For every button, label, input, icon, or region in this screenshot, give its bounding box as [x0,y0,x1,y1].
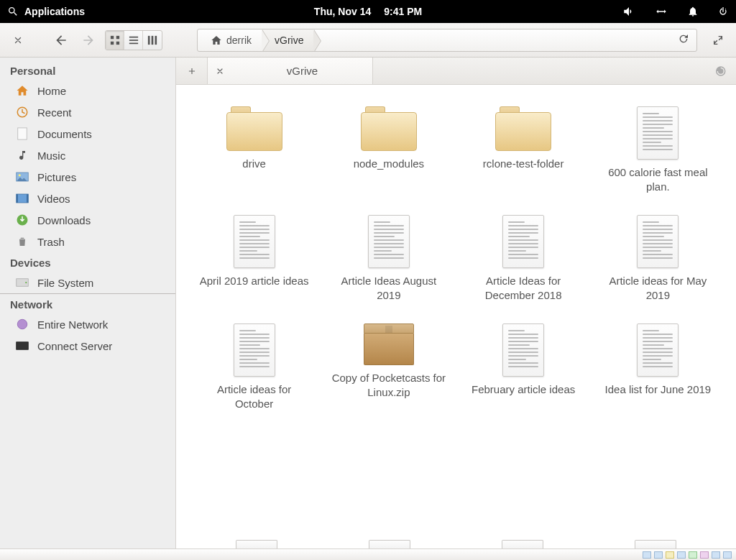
tab-active[interactable]: vGrive [208,58,373,84]
time-label: 9:41 PM [384,6,422,17]
close-window-button[interactable] [7,29,29,52]
main-area: Personal Home Recent Documents Music Pic… [0,58,736,548]
file-peek [502,540,543,548]
sidebar-item-downloads[interactable]: Downloads [0,209,175,231]
sidebar-item-label: Pictures [37,171,76,183]
sidebar-item-label: Documents [37,128,92,140]
nav-back-button[interactable] [50,29,72,52]
file-item[interactable]: Article ideas for May 2019 [600,215,715,302]
svg-point-13 [19,174,21,176]
sidebar-item-home[interactable]: Home [0,80,175,101]
sidebar-item-music[interactable]: Music [0,144,175,166]
tray-icon[interactable] [700,551,709,559]
svg-rect-8 [152,35,154,44]
power-icon[interactable] [717,6,729,17]
notifications-icon[interactable] [687,6,699,17]
path-bar: derrik vGrive [197,29,697,52]
sidebar-item-entire-network[interactable]: Entire Network [0,313,175,335]
bottom-dock [0,548,736,560]
sidebar-section-devices: Devices [0,252,175,272]
recent-icon [16,106,29,119]
file-item[interactable]: rclone-test-folder [466,106,581,193]
sidebar-item-connect-server[interactable]: Connect Server [0,335,175,357]
sidebar-section-personal: Personal [0,60,175,80]
sidebar-item-documents[interactable]: Documents [0,123,175,144]
file-item[interactable]: Idea list for June 2019 [600,323,715,410]
applications-label: Applications [24,6,85,17]
file-label: rclone-test-folder [483,157,564,171]
svg-rect-0 [110,35,113,38]
icon-view-button[interactable] [106,31,124,50]
file-item[interactable]: Article Ideas August 2019 [331,215,446,302]
volume-icon[interactable] [622,5,635,18]
search-icon [7,6,19,17]
top-panel: Applications Thu, Nov 14 9:41 PM [0,0,736,23]
column-view-button[interactable] [143,31,162,50]
svg-rect-1 [116,35,119,38]
tray-icon[interactable] [712,551,720,559]
svg-point-20 [17,319,27,329]
clock[interactable]: Thu, Nov 14 9:41 PM [314,6,422,17]
file-label: February article ideas [472,382,575,397]
file-label: node_modules [354,157,424,171]
applications-menu[interactable]: Applications [7,6,85,17]
svg-rect-3 [116,41,119,44]
file-item[interactable]: drive [197,106,312,193]
svg-rect-5 [129,40,137,41]
breadcrumb-home-label: derrik [226,35,252,46]
tab-history-button[interactable] [704,58,736,84]
places-sidebar: Personal Home Recent Documents Music Pic… [0,58,176,548]
sidebar-item-label: Entire Network [37,318,108,331]
file-label: 600 calorie fast meal plan. [600,165,715,193]
unmaximize-button[interactable] [707,29,729,52]
file-grid[interactable]: drivenode_modulesrclone-test-folder600 c… [176,85,736,540]
file-item[interactable]: Copy of Pocketcasts for Linux.zip [331,323,446,410]
tray-icon[interactable] [689,551,697,559]
file-manager-toolbar: derrik vGrive [0,23,736,58]
sidebar-item-trash[interactable]: Trash [0,231,175,252]
nav-forward-button[interactable] [78,29,99,52]
sidebar-item-videos[interactable]: Videos [0,188,175,209]
tray-icon[interactable] [643,551,651,559]
tray-icon[interactable] [666,551,674,559]
sidebar-item-label: Trash [37,236,65,248]
sidebar-item-pictures[interactable]: Pictures [0,166,175,188]
file-peek [236,540,277,548]
tray-icon[interactable] [677,551,686,559]
network-globe-icon [16,318,29,331]
network-icon[interactable] [654,6,668,17]
file-label: drive [242,157,266,171]
new-tab-button[interactable] [176,58,208,84]
list-view-button[interactable] [124,31,143,50]
sidebar-item-label: Downloads [37,214,91,226]
file-label: Copy of Pocketcasts for Linux.zip [331,371,446,399]
svg-rect-6 [129,42,137,44]
tray-icon[interactable] [654,551,663,559]
overflow-row [176,540,736,548]
file-peek [635,540,676,548]
file-item[interactable]: Article ideas for October [197,323,312,410]
file-item[interactable]: node_modules [331,106,446,193]
svg-rect-2 [110,41,113,44]
file-item[interactable]: 600 calorie fast meal plan. [600,106,715,193]
breadcrumb-home[interactable]: derrik [198,29,262,51]
view-mode-switcher [105,30,162,50]
svg-rect-14 [17,194,29,203]
file-label: Article Ideas August 2019 [331,274,446,302]
file-label: April 2019 article ideas [200,274,309,288]
file-label: Article Ideas for December 2018 [466,274,581,302]
videos-icon [16,192,29,205]
file-item[interactable]: Article Ideas for December 2018 [466,215,581,302]
sidebar-item-filesystem[interactable]: File System [0,272,175,294]
svg-rect-21 [17,342,29,350]
file-item[interactable]: April 2019 article ideas [197,215,312,302]
reload-button[interactable] [671,33,696,47]
tray-icon[interactable] [723,551,732,559]
file-item[interactable]: February article ideas [466,323,581,410]
sidebar-item-recent[interactable]: Recent [0,101,175,123]
tab-close-button[interactable] [208,67,232,75]
file-label: Article ideas for May 2019 [600,274,715,302]
content-pane: vGrive drivenode_modulesrclone-test-fold… [176,58,736,548]
sidebar-item-label: File System [37,277,93,289]
svg-rect-16 [27,194,28,203]
